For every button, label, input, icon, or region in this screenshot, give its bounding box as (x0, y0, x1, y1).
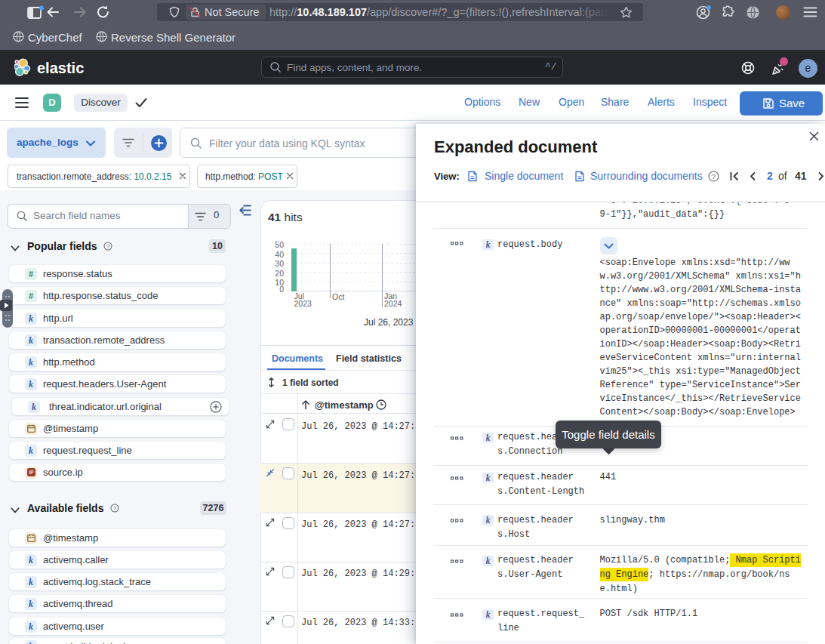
svg-text:?: ? (113, 505, 117, 512)
svg-text:?: ? (712, 172, 716, 180)
svg-text:?: ? (106, 243, 110, 250)
svg-text:IP: IP (29, 470, 34, 475)
